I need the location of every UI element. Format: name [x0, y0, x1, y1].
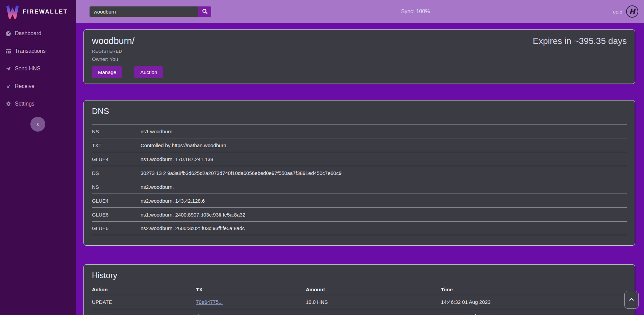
sidebar: FIREWALLET Dashboard Transactions Send H… [0, 0, 76, 315]
dns-record-row: TXT Controlled by https://nathan.woodbur… [92, 138, 627, 152]
svg-text:H: H [629, 7, 636, 16]
chevron-left-icon: ‹ [36, 120, 39, 128]
dns-record-row: GLUE6 ns1.woodburn. 2400:8907::f03c:93ff… [92, 207, 627, 221]
expires-label: Expires in ~395.35 days [533, 36, 627, 46]
history-time: 15:45:36 07 Feb 2023 [441, 313, 627, 315]
chevron-up-icon [629, 297, 634, 302]
search-icon [202, 8, 208, 15]
domain-card: woodburn/ REGISTERED Owner: You Manage A… [83, 29, 635, 84]
sync-status: Sync: 100% [401, 0, 430, 23]
dns-record-row: GLUE4 ns2.woodburn. 143.42.128.6 [92, 194, 627, 207]
search-group [90, 6, 211, 17]
history-action: UPDATE [92, 299, 196, 305]
brand[interactable]: FIREWALLET [0, 0, 76, 20]
history-col-action: Action [92, 287, 196, 292]
domain-status: REGISTERED [92, 49, 627, 54]
hns-logo-icon[interactable]: H [626, 5, 639, 18]
wallet-indicator: cold H [613, 0, 639, 23]
dns-record-row: NS ns1.woodburn. [92, 124, 627, 138]
sidebar-item-label: Send HNS [15, 66, 41, 72]
gauge-icon [5, 31, 11, 37]
dns-card: DNS NS ns1.woodburn. TXT Controlled by h… [83, 100, 635, 246]
dns-record-value: Controlled by https://nathan.woodburn [141, 142, 627, 148]
manage-button[interactable]: Manage [92, 66, 122, 78]
history-amount: 10.0 HNS [306, 313, 441, 315]
sidebar-item-transactions[interactable]: Transactions [5, 47, 76, 55]
main-content: woodburn/ REGISTERED Owner: You Manage A… [76, 23, 644, 315]
history-col-tx: TX [196, 287, 306, 292]
dns-record-row: GLUE6 ns2.woodburn. 2600:3c02::f03c:93ff… [92, 221, 627, 235]
dns-record-value: 30273 13 2 9a3a8fb3d625d2a2073d740f10da6… [141, 170, 627, 176]
sidebar-item-receive[interactable]: Receive [5, 82, 76, 90]
wallet-name: cold [613, 9, 622, 15]
dns-record-value: ns1.woodburn. [141, 129, 627, 134]
dns-record-type: NS [92, 184, 141, 190]
dns-record-type: TXT [92, 142, 141, 148]
history-header-row: Action TX Amount Time [92, 284, 627, 295]
domain-owner: Owner: You [92, 56, 627, 62]
brand-name: FIREWALLET [23, 8, 68, 15]
sidebar-item-send-hns[interactable]: Send HNS [5, 65, 76, 73]
dns-table: NS ns1.woodburn. TXT Controlled by https… [92, 124, 627, 235]
sidebar-item-settings[interactable]: Settings [5, 100, 76, 108]
history-row: UPDATE 70e64775... 10.0 HNS 14:46:32 01 … [92, 295, 627, 309]
search-button[interactable] [198, 6, 211, 17]
scroll-to-top-button[interactable] [624, 291, 639, 309]
history-title: History [92, 271, 627, 280]
sidebar-item-label: Settings [15, 101, 34, 107]
history-time: 14:46:32 01 Aug 2023 [441, 299, 627, 305]
search-input[interactable] [90, 6, 198, 17]
sidebar-item-dashboard[interactable]: Dashboard [5, 29, 76, 38]
sidebar-collapse-button[interactable]: ‹ [30, 117, 45, 132]
history-amount: 10.0 HNS [306, 299, 441, 305]
sidebar-item-label: Receive [15, 83, 34, 89]
dns-record-value: ns2.woodburn. 2600:3c02::f03c:93ff:fe5a:… [141, 225, 627, 231]
history-row: RENEW d73e9c4... 10.0 HNS 15:45:36 07 Fe… [92, 309, 627, 315]
sidebar-nav: Dashboard Transactions Send HNS Receive [0, 20, 76, 108]
dns-record-type: GLUE4 [92, 156, 141, 162]
app-window: FIREWALLET Dashboard Transactions Send H… [0, 0, 644, 315]
dns-record-value: ns1.woodburn. 170.187.241.138 [141, 156, 627, 162]
topbar: Sync: 100% cold H [76, 0, 644, 23]
history-action: RENEW [92, 313, 196, 315]
dns-record-value: ns2.woodburn. [141, 184, 627, 190]
domain-actions: Manage Auction [92, 66, 627, 78]
history-table: Action TX Amount Time UPDATE 70e64775...… [92, 284, 627, 315]
tx-link[interactable]: d73e9c4... [196, 313, 220, 315]
paper-plane-icon [5, 66, 11, 72]
table-icon [5, 48, 11, 54]
dns-record-value: ns2.woodburn. 143.42.128.6 [141, 198, 627, 204]
sidebar-item-label: Transactions [15, 48, 46, 54]
dns-record-type: NS [92, 129, 141, 134]
arrow-down-left-icon [5, 84, 11, 89]
dns-record-row: GLUE4 ns1.woodburn. 170.187.241.138 [92, 152, 627, 166]
auction-button[interactable]: Auction [134, 66, 163, 78]
dns-record-type: DS [92, 170, 141, 176]
sidebar-item-label: Dashboard [15, 30, 41, 37]
history-col-amount: Amount [306, 287, 441, 292]
tx-link[interactable]: 70e64775... [196, 299, 223, 305]
dns-record-type: GLUE6 [92, 225, 141, 231]
history-col-time: Time [441, 287, 627, 292]
firewallet-logo-icon [5, 4, 20, 20]
dns-record-type: GLUE6 [92, 212, 141, 218]
dns-title: DNS [92, 107, 627, 116]
dns-record-type: GLUE4 [92, 198, 141, 204]
dns-record-row: DS 30273 13 2 9a3a8fb3d625d2a2073d740f10… [92, 166, 627, 180]
history-card: History Action TX Amount Time UPDATE 70e… [83, 264, 635, 315]
dns-record-value: ns1.woodburn. 2400:8907::f03c:93ff:fe5a:… [141, 212, 627, 218]
dns-record-row: NS ns2.woodburn. [92, 180, 627, 194]
gear-icon [5, 101, 11, 107]
